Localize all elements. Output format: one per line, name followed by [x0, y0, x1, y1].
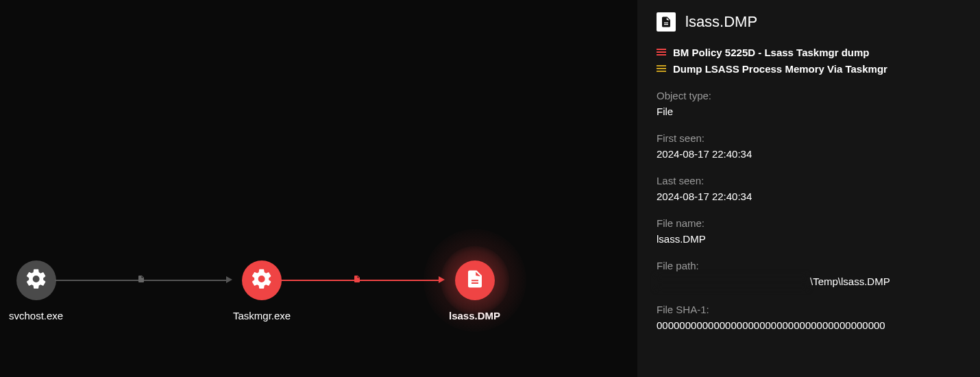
file-path-suffix: \Temp\lsass.DMP [810, 276, 890, 287]
field-label: File path: [657, 260, 964, 271]
field-label: File name: [657, 217, 964, 229]
field-label: File SHA-1: [657, 304, 964, 315]
field-object-type: Object type: File [657, 90, 964, 117]
field-value: File [657, 106, 964, 117]
field-value: 2024-08-17 22:40:34 [657, 191, 964, 202]
field-value: 2024-08-17 22:40:34 [657, 148, 964, 160]
field-value: 0000000000000000000000000000000000000000 [657, 319, 964, 331]
field-label: First seen: [657, 132, 964, 144]
field-label: Last seen: [657, 175, 964, 186]
panel-title: lsass.DMP [685, 13, 757, 31]
graph-node-lsass-selected[interactable]: lsass.DMP [449, 260, 500, 321]
field-value: lsass.DMP [657, 233, 964, 245]
document-icon [465, 269, 485, 292]
node-circle [455, 260, 495, 300]
redacted-text: ████████████████ [657, 276, 807, 289]
gear-icon [25, 267, 48, 293]
arrow-icon [439, 276, 445, 283]
file-create-icon [137, 274, 147, 284]
details-panel: lsass.DMP BM Policy 5225D - Lsass Taskmg… [637, 0, 980, 377]
graph-node-svchost[interactable]: svchost.exe [9, 260, 63, 321]
file-create-icon [353, 274, 363, 284]
field-last-seen: Last seen: 2024-08-17 22:40:34 [657, 175, 964, 202]
field-file-name: File name: lsass.DMP [657, 217, 964, 245]
node-circle [16, 260, 56, 300]
detection-tag[interactable]: BM Policy 5225D - Lsass Taskmgr dump [657, 47, 964, 58]
node-label: Taskmgr.exe [233, 310, 291, 321]
detection-tag[interactable]: Dump LSASS Process Memory Via Taskmgr [657, 63, 964, 75]
graph-node-taskmgr[interactable]: Taskmgr.exe [233, 260, 291, 321]
graph-edge [55, 280, 226, 281]
field-file-sha1: File SHA-1: 0000000000000000000000000000… [657, 304, 964, 331]
gear-icon [250, 267, 273, 293]
detection-label: Dump LSASS Process Memory Via Taskmgr [673, 63, 887, 75]
arrow-icon [226, 276, 232, 283]
node-label: lsass.DMP [449, 310, 500, 321]
node-label: svchost.exe [9, 310, 63, 321]
field-first-seen: First seen: 2024-08-17 22:40:34 [657, 132, 964, 160]
process-graph-canvas[interactable]: svchost.exe Taskmgr.exe lsass.DMP [0, 0, 637, 377]
panel-header: lsass.DMP [657, 12, 964, 32]
field-value: ████████████████\Temp\lsass.DMP [657, 276, 964, 289]
detection-label: BM Policy 5225D - Lsass Taskmgr dump [673, 47, 870, 58]
graph-edge-red [274, 280, 439, 281]
severity-swatch-icon [657, 65, 666, 73]
severity-swatch-icon [657, 49, 666, 56]
document-icon [657, 12, 676, 32]
field-file-path: File path: ████████████████\Temp\lsass.D… [657, 260, 964, 289]
field-label: Object type: [657, 90, 964, 101]
